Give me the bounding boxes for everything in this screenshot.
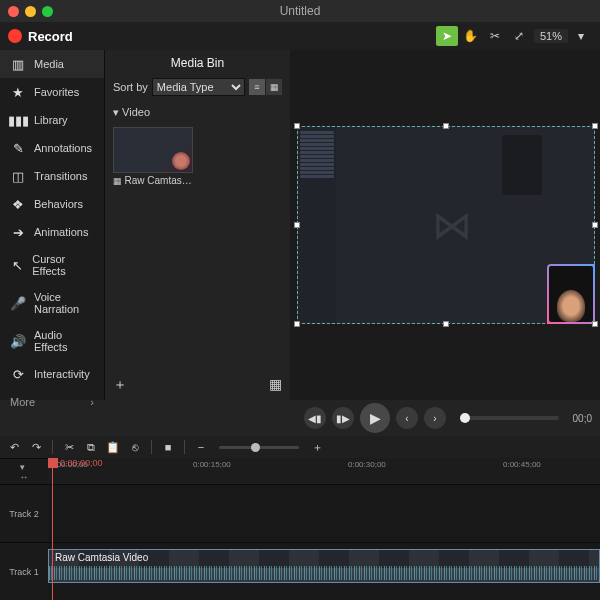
sidebar-item-label: Cursor Effects	[32, 253, 94, 277]
sidebar-item-annotations[interactable]: ✎ Annotations	[0, 134, 104, 162]
resize-handle[interactable]	[592, 321, 598, 327]
grid-view-button[interactable]: ▦	[269, 376, 282, 394]
media-thumbnail	[113, 127, 193, 173]
step-back-button[interactable]: ‹	[396, 407, 418, 429]
resize-handle[interactable]	[592, 123, 598, 129]
sidebar-item-label: Favorites	[34, 86, 79, 98]
copy-button[interactable]: ⧉	[83, 441, 99, 454]
more-label: More	[10, 396, 35, 408]
sidebar-item-label: Audio Effects	[34, 329, 94, 353]
tool-sidebar: ▥ Media ★ Favorites ▮▮▮ Library ✎ Annota…	[0, 50, 105, 400]
resize-handle[interactable]	[443, 321, 449, 327]
crop-tool-button[interactable]: ✂	[484, 26, 506, 46]
media-bin-sort-row: Sort by Media Type ≡ ▦	[105, 76, 290, 102]
playhead-line[interactable]	[52, 468, 53, 600]
minimize-icon[interactable]	[25, 6, 36, 17]
vscode-logo-icon: ⋈	[432, 202, 472, 248]
playhead-time: 0:00:00;00	[60, 458, 103, 468]
scrub-slider[interactable]	[460, 416, 559, 420]
time-ruler[interactable]: 0:00:00;00 0:00:15;00 0:00:30;00 0:00:45…	[48, 458, 600, 484]
playhead-flag[interactable]	[48, 458, 58, 468]
media-bin-panel: Media Bin Sort by Media Type ≡ ▦ ▾ Video…	[105, 50, 290, 400]
zoom-level[interactable]: 51%	[534, 29, 568, 43]
transitions-icon: ◫	[10, 169, 26, 183]
tracks-area[interactable]: Raw Camtasia Video	[48, 484, 600, 600]
cut-button[interactable]: ✂	[61, 441, 77, 454]
behaviors-icon: ❖	[10, 197, 26, 211]
paste-button[interactable]: 📋	[105, 441, 121, 454]
track-row[interactable]	[48, 484, 600, 542]
undo-button[interactable]: ↶	[6, 441, 22, 454]
sidebar-item-behaviors[interactable]: ❖ Behaviors	[0, 190, 104, 218]
resize-handle[interactable]	[443, 123, 449, 129]
resize-handle[interactable]	[592, 222, 598, 228]
add-media-button[interactable]: ＋	[113, 376, 127, 394]
sidebar-more[interactable]: More ›	[0, 388, 104, 416]
view-list-button[interactable]: ≡	[249, 79, 265, 95]
window-title: Untitled	[280, 4, 321, 18]
animations-icon: ➔	[10, 225, 26, 239]
media-category[interactable]: ▾ Video	[105, 102, 290, 123]
play-button[interactable]: ▶	[360, 403, 390, 433]
timeline-region: ▾↔ Track 2 Track 1 0:00:00;00 0:00:15;00…	[0, 458, 600, 600]
timeline-toolbar: ↶ ↷ ✂ ⧉ 📋 ⎋ ■ − ＋	[0, 436, 600, 458]
track-header[interactable]: Track 1	[0, 542, 48, 600]
sort-select[interactable]: Media Type	[152, 78, 245, 96]
record-button[interactable]: Record	[8, 29, 73, 44]
marker-button[interactable]: ■	[160, 441, 176, 453]
timeline: ▾↔ Track 2 Track 1 0:00:00;00 0:00:15;00…	[0, 458, 600, 600]
view-grid-button[interactable]: ▦	[266, 79, 282, 95]
redo-button[interactable]: ↷	[28, 441, 44, 454]
canvas-clip-frame[interactable]: ⋈	[297, 126, 595, 324]
resize-handle[interactable]	[294, 123, 300, 129]
media-item[interactable]: Raw Camtasia V…	[113, 127, 193, 186]
zoom-dropdown[interactable]: ▾	[570, 26, 592, 46]
sidebar-item-label: Interactivity	[34, 368, 90, 380]
webcam-overlay	[547, 264, 595, 324]
track-header[interactable]: Track 2	[0, 484, 48, 542]
zoom-handle[interactable]	[251, 443, 260, 452]
zoom-in-button[interactable]: ＋	[309, 440, 325, 455]
timeline-body[interactable]: 0:00:00;00 0:00:15;00 0:00:30;00 0:00:45…	[48, 458, 600, 600]
record-icon	[8, 29, 22, 43]
close-icon[interactable]	[8, 6, 19, 17]
prev-frame-button[interactable]: ◀▮	[304, 407, 326, 429]
sidebar-item-label: Behaviors	[34, 198, 83, 210]
sidebar-item-label: Library	[34, 114, 68, 126]
sidebar-item-voice-narration[interactable]: 🎤 Voice Narration	[0, 284, 104, 322]
sidebar-item-favorites[interactable]: ★ Favorites	[0, 78, 104, 106]
canvas-area[interactable]: ⋈	[290, 50, 600, 400]
scrub-handle[interactable]	[460, 413, 470, 423]
speaker-icon: 🔊	[10, 334, 26, 348]
sidebar-item-library[interactable]: ▮▮▮ Library	[0, 106, 104, 134]
sidebar-item-audio-effects[interactable]: 🔊 Audio Effects	[0, 322, 104, 360]
sidebar-item-label: Annotations	[34, 142, 92, 154]
cursor-tool-button[interactable]: ➤	[436, 26, 458, 46]
star-icon: ★	[10, 85, 26, 99]
resize-handle[interactable]	[294, 321, 300, 327]
sidebar-item-label: Media	[34, 58, 64, 70]
maximize-icon[interactable]	[42, 6, 53, 17]
sidebar-item-media[interactable]: ▥ Media	[0, 50, 104, 78]
track-row[interactable]: Raw Camtasia Video	[48, 542, 600, 600]
fit-tool-button[interactable]: ⤢	[508, 26, 530, 46]
resize-handle[interactable]	[294, 222, 300, 228]
sidebar-item-interactivity[interactable]: ⟳ Interactivity	[0, 360, 104, 388]
next-frame-button[interactable]: ▮▶	[332, 407, 354, 429]
split-button[interactable]: ⎋	[127, 441, 143, 453]
cursor-icon: ↖	[10, 258, 24, 272]
sidebar-item-animations[interactable]: ➔ Animations	[0, 218, 104, 246]
chevron-right-icon: ›	[90, 396, 94, 408]
hand-tool-button[interactable]: ✋	[460, 26, 482, 46]
ruler-tick: 0:00:45;00	[503, 460, 541, 469]
step-forward-button[interactable]: ›	[424, 407, 446, 429]
sidebar-item-transitions[interactable]: ◫ Transitions	[0, 162, 104, 190]
timeline-clip[interactable]: Raw Camtasia Video	[48, 549, 600, 583]
timeline-zoom-slider[interactable]	[219, 446, 299, 449]
sidebar-item-label: Voice Narration	[34, 291, 94, 315]
sidebar-item-cursor-effects[interactable]: ↖ Cursor Effects	[0, 246, 104, 284]
clip-label: Raw Camtasia Video	[55, 552, 148, 563]
zoom-out-button[interactable]: −	[193, 441, 209, 453]
annotations-icon: ✎	[10, 141, 26, 155]
workspace: ▥ Media ★ Favorites ▮▮▮ Library ✎ Annota…	[0, 50, 600, 400]
